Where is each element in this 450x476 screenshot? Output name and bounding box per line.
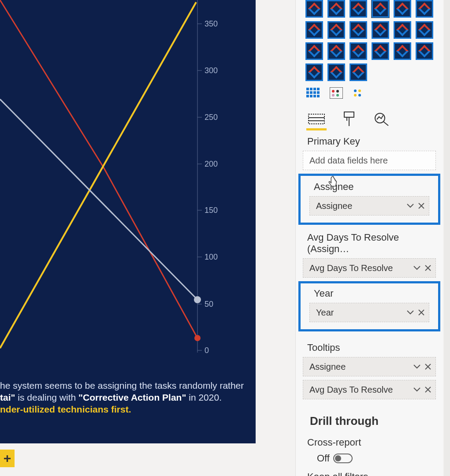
tooltips-pill-2[interactable]: Avg Days To Resolve [303, 380, 436, 399]
viz-type-chip[interactable] [305, 42, 323, 60]
format-tab[interactable] [339, 110, 359, 128]
viz-chip-glyph [396, 24, 409, 36]
chevron-down-icon[interactable] [413, 364, 420, 369]
viz-type-chip[interactable] [372, 42, 389, 60]
viz-type-chip[interactable] [350, 21, 367, 39]
viz-type-chip[interactable] [372, 21, 389, 39]
viz-chip-glyph [330, 3, 342, 15]
close-icon[interactable] [418, 203, 424, 209]
y-ticks: 0 50 100 150 200 250 300 350 [197, 19, 218, 355]
plus-icon: + [4, 451, 11, 466]
viz-type-chip[interactable] [416, 42, 433, 60]
assignee-field-pill[interactable]: Assignee [309, 196, 429, 216]
tooltips-label: Tooltips [296, 334, 443, 357]
year-label: Year [302, 285, 436, 303]
viz-type-chip[interactable] [327, 42, 345, 60]
caption-line1: he system seems to be assigning the task… [0, 380, 244, 390]
svg-point-30 [336, 90, 339, 93]
viz-chip-glyph [418, 24, 431, 36]
viz-chip-glyph [396, 3, 409, 15]
viz-type-chip[interactable] [416, 0, 433, 18]
pill-text: Avg Days To Resolve [309, 385, 393, 395]
svg-point-33 [354, 89, 357, 92]
series-a-marker [194, 335, 201, 341]
viz-chip-glyph [352, 45, 364, 57]
pill-text: Assignee [316, 201, 352, 211]
viz-type-chip[interactable] [305, 0, 323, 18]
year-highlight: Year Year [298, 281, 440, 331]
assignee-highlight: Assignee Assignee [298, 174, 440, 225]
chart-visual[interactable]: 0 50 100 150 200 250 300 350 he system s… [0, 0, 256, 443]
viz-type-chip[interactable] [350, 0, 367, 18]
add-page-button[interactable]: + [0, 450, 15, 467]
viz-chip-glyph [352, 3, 364, 15]
primary-key-dropzone[interactable]: Add data fields here [303, 151, 436, 170]
viz-chip-glyph [330, 45, 342, 57]
svg-point-34 [358, 89, 361, 92]
close-icon[interactable] [425, 387, 431, 393]
r-visual-icon[interactable] [328, 86, 344, 100]
cross-report-toggle[interactable]: Off [307, 448, 443, 464]
viz-type-chip[interactable] [327, 21, 345, 39]
viz-chip-glyph [352, 66, 364, 78]
viz-chip-glyph [308, 66, 320, 78]
visualizations-pane: Primary Key Add data fields here Assigne… [295, 0, 443, 476]
chevron-down-icon[interactable] [407, 204, 414, 208]
viz-type-chip[interactable] [327, 0, 345, 18]
viz-chip-glyph [374, 3, 387, 15]
report-canvas: 0 50 100 150 200 250 300 350 he system s… [0, 0, 256, 443]
more-visuals-icon[interactable] [351, 86, 367, 100]
svg-rect-28 [330, 87, 343, 99]
svg-rect-16 [306, 88, 309, 90]
primary-key-label: Primary Key [296, 128, 443, 151]
caption-bold-2: "Corrective Action Plan" [78, 392, 186, 402]
viz-type-chip[interactable] [350, 63, 367, 81]
viz-type-gallery [296, 0, 443, 84]
switch-off-icon [333, 454, 353, 463]
viz-type-chip[interactable] [327, 63, 345, 81]
viz-chip-glyph [374, 45, 387, 57]
viz-chip-glyph [308, 24, 320, 36]
close-icon[interactable] [425, 364, 431, 370]
close-icon[interactable] [418, 309, 424, 316]
chevron-down-icon[interactable] [407, 310, 414, 315]
svg-rect-25 [310, 95, 312, 97]
svg-text:350: 350 [205, 19, 218, 28]
viz-chip-glyph [374, 24, 387, 36]
chevron-down-icon[interactable] [413, 266, 420, 270]
viz-chip-glyph [418, 45, 431, 57]
viz-type-chip[interactable] [305, 21, 323, 39]
matrix-icon[interactable] [305, 86, 321, 100]
viz-type-chip[interactable] [305, 63, 323, 81]
svg-point-43 [375, 113, 385, 123]
svg-rect-17 [310, 88, 312, 90]
keep-filters-label: Keep all filters [307, 471, 443, 476]
chevron-down-icon[interactable] [413, 387, 420, 392]
svg-rect-24 [306, 95, 309, 97]
tooltips-pill-1[interactable]: Assignee [303, 357, 436, 376]
svg-rect-21 [310, 91, 312, 94]
fields-tab[interactable] [306, 110, 327, 128]
avg-field-pill[interactable]: Avg Days To Resolve [303, 258, 436, 278]
svg-rect-37 [309, 114, 324, 124]
viz-type-chip[interactable] [394, 0, 411, 18]
year-field-pill[interactable]: Year [309, 303, 429, 322]
svg-rect-26 [313, 95, 316, 97]
viz-type-chip[interactable] [416, 21, 433, 39]
analytics-tab[interactable] [372, 110, 392, 128]
viz-type-chip[interactable] [372, 0, 389, 18]
svg-point-29 [332, 90, 335, 93]
keep-filters-row: Keep all filters On [296, 469, 443, 476]
viz-type-chip[interactable] [350, 42, 367, 60]
viz-type-chip[interactable] [394, 21, 411, 39]
pane-tabs [296, 102, 443, 128]
avg-label: Avg Days To Resolve (Assign… [296, 227, 443, 258]
svg-rect-20 [306, 91, 309, 94]
caption-bold-1: tai" [0, 392, 15, 402]
viz-chip-glyph [352, 24, 364, 36]
cross-report-label: Cross-report [307, 437, 443, 448]
caption-highlight: nder-utilized technicians first. [0, 404, 131, 414]
pill-text: Assignee [309, 362, 346, 372]
close-icon[interactable] [425, 265, 431, 271]
viz-type-chip[interactable] [394, 42, 411, 60]
